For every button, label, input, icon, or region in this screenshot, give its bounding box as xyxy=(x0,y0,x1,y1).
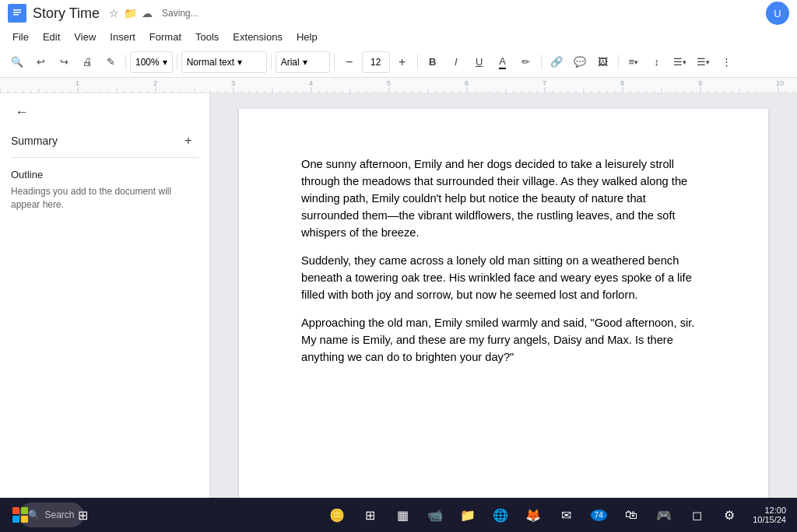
indent-list-button[interactable]: ☰▾ xyxy=(693,51,714,73)
search-button[interactable]: 🔍 xyxy=(6,51,28,73)
toolbar-sep-4 xyxy=(334,54,335,70)
search-icon: 🔍 xyxy=(28,509,40,520)
undo-button[interactable]: ↩ xyxy=(30,51,51,73)
print-button[interactable]: 🖨 xyxy=(76,51,98,73)
svg-rect-2 xyxy=(13,12,21,13)
menu-edit[interactable]: Edit xyxy=(37,30,66,44)
svg-rect-0 xyxy=(11,6,23,20)
title-icons: ☆ 📁 ☁ xyxy=(109,7,153,19)
ruler xyxy=(0,78,797,93)
menu-extensions[interactable]: Extensions xyxy=(226,30,289,44)
svg-rect-1 xyxy=(13,9,21,11)
document-title[interactable]: Story Time xyxy=(33,5,100,22)
font-dropdown[interactable]: Arial ▾ xyxy=(276,51,330,73)
style-value: Normal text xyxy=(187,57,234,68)
main-area: ← Summary + Outline Headings you add to … xyxy=(0,93,797,498)
back-button[interactable]: ← xyxy=(11,101,33,123)
user-avatar[interactable]: U xyxy=(766,2,789,25)
redo-button[interactable]: ↪ xyxy=(53,51,75,73)
font-size-decrease[interactable]: − xyxy=(339,51,360,73)
paint-format-button[interactable]: ✎ xyxy=(100,51,121,73)
font-size-value: 12 xyxy=(370,57,381,68)
taskbar: 🔍 Search ⊞ 🪙 ⊞ ▦ 📹 📁 🌐 🦊 ✉ 74 🛍 🎮 ◻ ⚙ 12… xyxy=(0,498,797,532)
toolbar-sep-5 xyxy=(417,54,418,70)
zoom-value: 100% xyxy=(135,57,160,68)
line-spacing-button[interactable]: ↕ xyxy=(646,51,668,73)
task-view-button[interactable]: ⊞ xyxy=(68,501,97,529)
taskbar-widget-icon[interactable]: ▦ xyxy=(388,501,416,529)
doc-icon xyxy=(8,4,26,23)
font-value: Arial xyxy=(281,57,300,68)
menu-help[interactable]: Help xyxy=(290,30,324,44)
taskbar-badge-icon[interactable]: 74 xyxy=(585,501,613,529)
add-summary-button[interactable]: + xyxy=(178,131,198,151)
outline-label: Outline xyxy=(11,169,198,180)
comment-button[interactable]: 💬 xyxy=(569,51,591,73)
summary-row: Summary + xyxy=(11,131,198,158)
align-button[interactable]: ≡▾ xyxy=(623,51,644,73)
sidebar: ← Summary + Outline Headings you add to … xyxy=(0,93,210,498)
document-area[interactable]: One sunny afternoon, Emily and her dogs … xyxy=(210,93,797,498)
taskbar-extra-icon[interactable]: ⚙ xyxy=(715,501,743,529)
toolbar-sep-7 xyxy=(618,54,619,70)
menu-view[interactable]: View xyxy=(68,30,102,44)
svg-rect-3 xyxy=(13,14,19,16)
taskbar-system-icons: 🪙 ⊞ ▦ 📹 📁 🌐 🦊 ✉ 74 🛍 🎮 ◻ ⚙ 12:0010/15/24 xyxy=(323,501,791,529)
taskbar-video-icon[interactable]: 📹 xyxy=(421,501,449,529)
toolbar-sep-6 xyxy=(541,54,542,70)
font-size-increase[interactable]: + xyxy=(391,51,413,73)
zoom-dropdown[interactable]: 100% ▾ xyxy=(130,51,173,73)
taskbar-edge-icon[interactable]: 🌐 xyxy=(486,501,514,529)
paragraph-1[interactable]: One sunny afternoon, Emily and her dogs … xyxy=(301,156,706,241)
taskbar-search[interactable]: 🔍 Search xyxy=(37,501,65,529)
taskbar-xbox-icon[interactable]: 🎮 xyxy=(650,501,678,529)
image-button[interactable]: 🖼 xyxy=(592,51,614,73)
menu-insert[interactable]: Insert xyxy=(104,30,142,44)
title-bar: Story Time ☆ 📁 ☁ Saving... U xyxy=(0,0,797,26)
document-page[interactable]: One sunny afternoon, Emily and her dogs … xyxy=(239,109,768,498)
folder-icon[interactable]: 📁 xyxy=(124,7,137,19)
taskbar-time: 12:0010/15/24 xyxy=(748,506,791,524)
saving-status: Saving... xyxy=(162,8,198,19)
font-chevron: ▾ xyxy=(303,57,307,68)
toolbar: 🔍 ↩ ↪ 🖨 ✎ 100% ▾ Normal text ▾ Arial ▾ −… xyxy=(0,47,797,78)
outline-hint: Headings you add to the document will ap… xyxy=(11,185,198,212)
style-chevron: ▾ xyxy=(237,57,242,68)
toolbar-sep-3 xyxy=(271,54,272,70)
more-options-button[interactable]: ⋮ xyxy=(716,51,738,73)
taskbar-blue-icon[interactable]: ◻ xyxy=(683,501,711,529)
taskbar-firefox-icon[interactable]: 🦊 xyxy=(519,501,547,529)
link-button[interactable]: 🔗 xyxy=(546,51,567,73)
zoom-chevron: ▾ xyxy=(163,57,167,68)
taskbar-store-icon[interactable]: 🛍 xyxy=(617,501,645,529)
paragraph-2[interactable]: Suddenly, they came across a lonely old … xyxy=(301,252,706,303)
menu-tools[interactable]: Tools xyxy=(189,30,225,44)
menu-format[interactable]: Format xyxy=(143,30,188,44)
taskbar-coin-icon[interactable]: 🪙 xyxy=(323,501,351,529)
italic-button[interactable]: I xyxy=(445,51,467,73)
summary-label: Summary xyxy=(11,135,58,147)
toolbar-sep-1 xyxy=(125,54,126,70)
taskbar-mail-icon[interactable]: ✉ xyxy=(552,501,580,529)
font-size-input[interactable]: 12 xyxy=(362,51,390,73)
paragraph-3[interactable]: Approaching the old man, Emily smiled wa… xyxy=(301,314,706,366)
star-icon[interactable]: ☆ xyxy=(109,7,119,19)
bold-button[interactable]: B xyxy=(422,51,444,73)
style-dropdown[interactable]: Normal text ▾ xyxy=(181,51,267,73)
list-button[interactable]: ☰▾ xyxy=(669,51,691,73)
highlight-button[interactable]: ✏ xyxy=(515,51,537,73)
toolbar-sep-2 xyxy=(177,54,177,70)
taskbar-files-icon[interactable]: 📁 xyxy=(454,501,482,529)
menu-file[interactable]: File xyxy=(6,30,35,44)
menu-bar: File Edit View Insert Format Tools Exten… xyxy=(0,26,797,47)
underline-button[interactable]: U xyxy=(469,51,490,73)
font-color-button[interactable]: A xyxy=(492,51,514,73)
taskbar-apps-icon[interactable]: ⊞ xyxy=(356,501,384,529)
cloud-icon[interactable]: ☁ xyxy=(142,7,153,19)
